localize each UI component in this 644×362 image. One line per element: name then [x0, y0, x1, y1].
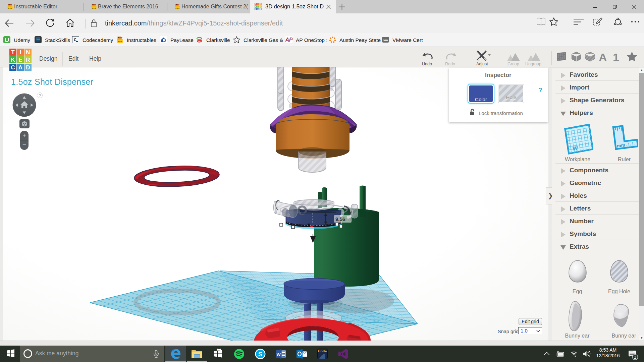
svg-text:vm: vm — [383, 38, 388, 42]
svg-text:T: T — [11, 49, 15, 56]
svg-text:E: E — [18, 57, 22, 63]
svg-text:I: I — [20, 49, 21, 56]
svg-text:Hole: Hole — [506, 95, 517, 100]
svg-text:N: N — [26, 49, 30, 56]
svg-text:D: D — [26, 64, 30, 71]
svg-text:mm: mm — [616, 142, 626, 148]
svg-text:K: K — [11, 57, 15, 63]
svg-text:W: W — [572, 145, 578, 152]
svg-text:9.56mm: 9.56mm — [335, 216, 352, 222]
svg-text:R: R — [26, 57, 30, 63]
svg-text:C: C — [11, 64, 15, 71]
svg-text:C: C — [74, 38, 76, 43]
svg-text:S: S — [258, 351, 263, 358]
svg-text:1: 1 — [634, 355, 636, 360]
svg-text:w: w — [276, 351, 281, 357]
svg-text:kindle: kindle — [318, 350, 327, 353]
svg-text:A: A — [18, 64, 22, 71]
svg-text:AP: AP — [285, 37, 292, 43]
